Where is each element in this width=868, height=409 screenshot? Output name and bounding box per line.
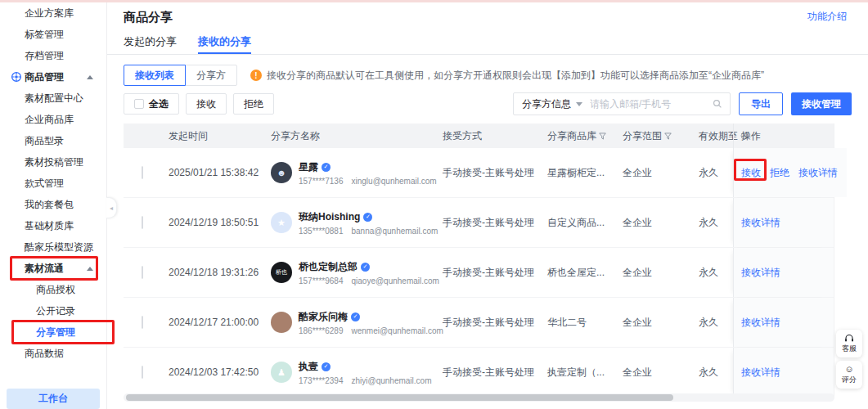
select-all-button[interactable]: 全选	[124, 93, 179, 115]
rating-widget[interactable]: ☺ 评分	[836, 361, 862, 389]
verified-badge-icon: ✓	[322, 163, 331, 172]
accept-link[interactable]: 接收	[741, 166, 761, 180]
accept-button[interactable]: 接收	[186, 93, 227, 115]
share-library: 自定义商品...	[539, 216, 621, 230]
chevron-down-icon	[576, 102, 582, 106]
sidebar-item-kujiale-model-resources[interactable]: 酷家乐模型资源	[0, 236, 106, 258]
accept-method: 手动接受-主账号处理	[438, 366, 539, 380]
product-wheel-icon	[11, 71, 22, 83]
row-checkbox[interactable]	[142, 166, 143, 179]
receive-detail-link[interactable]: 接收详情	[741, 216, 780, 230]
tab-received-shares[interactable]: 接收的分享	[198, 33, 251, 54]
sidebar-group-product-management[interactable]: 商品管理	[0, 66, 106, 88]
export-button[interactable]: 导出	[739, 92, 783, 115]
select-all-checkbox[interactable]	[134, 99, 144, 109]
tab-bar: 发起的分享 接收的分享	[107, 33, 868, 55]
sidebar-item-enterprise-product-library[interactable]: 企业商品库	[0, 109, 106, 130]
accept-method: 手动接受-主账号处理	[438, 266, 539, 280]
share-library: 执壹定制（...	[539, 366, 621, 380]
search-input[interactable]	[590, 98, 711, 110]
share-library: 华北二号	[539, 316, 621, 330]
share-library: 桥也全屋定...	[539, 266, 621, 280]
row-checkbox[interactable]	[142, 366, 143, 379]
expire-date: 永久	[690, 316, 733, 330]
customer-service-widget[interactable]: 客服	[836, 330, 862, 357]
reject-button[interactable]: 拒绝	[233, 93, 274, 115]
header-library: 分享商品库	[539, 129, 621, 143]
reject-link[interactable]: 拒绝	[770, 166, 789, 180]
sharer-name: 桥也定制总部	[299, 260, 358, 274]
table-row: 2025/01/21 15:38:42 ☻ 星露✓ 157****7136xin…	[124, 148, 834, 198]
tab-initiated-shares[interactable]: 发起的分享	[124, 33, 177, 54]
segment-receive-list[interactable]: 接收列表	[124, 65, 186, 86]
share-time: 2025/01/21 15:38:42	[169, 167, 271, 178]
receive-detail-link[interactable]: 接收详情	[741, 266, 780, 280]
sidebar-item-my-package[interactable]: 我的套餐包	[0, 194, 106, 215]
expire-date: 永久	[690, 166, 733, 180]
share-scope: 全企业	[621, 366, 690, 380]
feature-intro-link[interactable]: 功能介绍	[807, 10, 847, 24]
row-checkbox[interactable]	[142, 266, 143, 279]
workbench-button[interactable]: 工作台	[7, 389, 100, 409]
share-time: 2024/12/19 18:50:51	[169, 217, 271, 228]
sharer-name: 酷家乐问梅	[299, 310, 348, 324]
sharer-cell: ★ 班纳Hoishing✓ 135****0881banna@qunhemail…	[271, 210, 438, 236]
expire-date: 永久	[690, 216, 733, 230]
avatar: ☻	[271, 162, 292, 183]
sharer-info-select[interactable]: 分享方信息	[514, 97, 590, 111]
accept-method: 手动接受-主账号处理	[438, 166, 539, 180]
receive-manage-button[interactable]: 接收管理	[791, 92, 852, 115]
sharer-email: banna@qunhemail.com	[352, 227, 438, 236]
sidebar-item-product-data[interactable]: 商品数据	[0, 343, 106, 364]
search-icon	[713, 99, 722, 109]
sidebar-item-archive-management[interactable]: 存档管理	[0, 45, 106, 66]
sharer-name: 星露	[299, 160, 318, 174]
segment-sharer[interactable]: 分享方	[185, 65, 237, 86]
scrollbar-thumb[interactable]	[126, 394, 673, 401]
share-library: 星露橱柜定...	[539, 166, 621, 180]
toolbar-actions: 全选 接收 拒绝 分享方信息 导出 接收管理	[124, 92, 852, 115]
receive-detail-link[interactable]: 接收详情	[798, 166, 838, 180]
chevron-up-icon	[87, 267, 93, 271]
sidebar-group-material-circulation[interactable]: 素材流通	[0, 258, 106, 279]
sidebar-item-public-records[interactable]: 公开记录	[0, 300, 106, 321]
receive-detail-link[interactable]: 接收详情	[741, 316, 780, 330]
sharer-cell: 酷家乐问梅✓ 186****6289wenmei@qunhemail.com	[271, 310, 438, 335]
share-scope: 全企业	[621, 266, 690, 280]
row-checkbox[interactable]	[142, 316, 143, 329]
horizontal-scrollbar[interactable]	[124, 393, 834, 402]
sidebar-item-style-management[interactable]: 款式管理	[0, 173, 106, 194]
notice-bar: ! 接收分享的商品默认可在工具侧使用，如分享方开通权限则会出现【添加到】功能可以…	[250, 69, 764, 83]
notice-text: 接收分享的商品默认可在工具侧使用，如分享方开通权限则会出现【添加到】功能可以选择…	[267, 69, 764, 83]
sharer-name: 班纳Hoishing	[299, 210, 360, 224]
accept-method: 手动接受-主账号处理	[438, 316, 539, 330]
sidebar-item-tag-management[interactable]: 标签管理	[0, 24, 106, 45]
sharer-email: qiaoye@qunhemail.com	[352, 276, 439, 285]
sidebar-item-product-authorization[interactable]: 商品授权	[0, 279, 106, 300]
table-row: 2024/12/03 17:42:50 ♟ 执壹✓ 173****2394zhi…	[124, 348, 834, 398]
expire-date: 永久	[690, 366, 733, 380]
sidebar-item-product-catalog[interactable]: 商品型录	[0, 130, 106, 151]
sidebar-item-basic-material-library[interactable]: 基础材质库	[0, 215, 106, 236]
verified-badge-icon: ✓	[322, 362, 331, 371]
sharer-cell: 桥也 桥也定制总部✓ 157****9684qiaoye@qunhemail.c…	[271, 260, 438, 285]
receive-detail-link[interactable]: 接收详情	[741, 366, 780, 380]
sidebar-item-material-submission[interactable]: 素材投稿管理	[0, 151, 106, 173]
accept-method: 手动接受-主账号处理	[438, 216, 539, 230]
headset-icon	[844, 334, 854, 343]
sharer-name: 执壹	[299, 360, 318, 374]
filter-icon[interactable]	[599, 133, 606, 140]
sidebar-item-material-config-center[interactable]: 素材配置中心	[0, 88, 106, 109]
sidebar-item-share-management[interactable]: 分享管理	[0, 321, 106, 343]
row-checkbox[interactable]	[142, 216, 143, 229]
sharer-phone: 186****6289	[299, 326, 344, 335]
header-sharer: 分享方名称	[271, 129, 438, 143]
smiley-icon: ☺	[844, 365, 853, 374]
filter-icon[interactable]	[664, 133, 672, 140]
sidebar-item-enterprise-plan-library[interactable]: 企业方案库	[0, 2, 106, 24]
avatar: ♟	[271, 362, 292, 383]
chevron-up-icon	[87, 75, 93, 79]
table-row: 2024/12/18 19:31:26 桥也 桥也定制总部✓ 157****96…	[124, 248, 834, 298]
share-time: 2024/12/17 21:00:00	[169, 317, 271, 328]
page-title: 商品分享	[124, 10, 173, 25]
